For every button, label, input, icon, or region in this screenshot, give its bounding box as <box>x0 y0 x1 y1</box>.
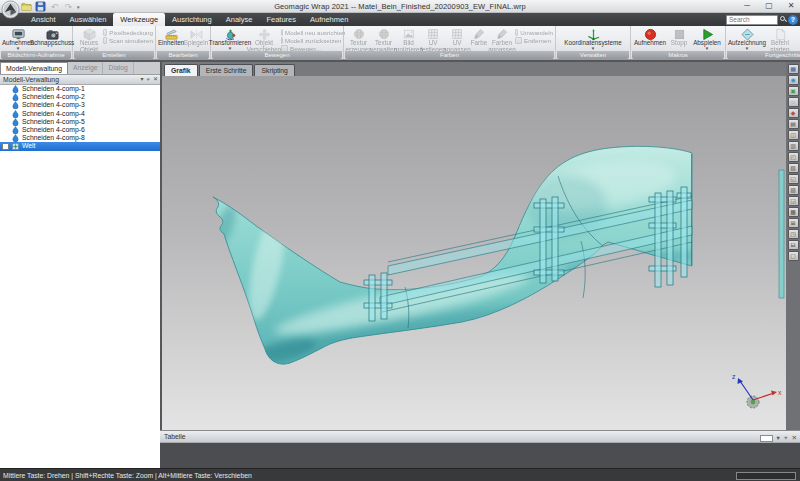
object-mover-button[interactable]: Objekt Verschieben <box>247 27 281 51</box>
panel-menu-icon[interactable]: ▾ <box>141 75 144 84</box>
panel-close-icon[interactable]: ✕ <box>153 75 158 84</box>
chevron-down-icon: ▼ <box>745 47 749 51</box>
viewport-tool-icon-7[interactable]: ◫ <box>788 130 799 140</box>
shade-view-icon[interactable]: ◉ <box>788 75 799 85</box>
reorient-model-button[interactable]: Modell neu ausrichten <box>281 29 341 36</box>
record-macro-button[interactable]: Aufnehmen <box>633 27 667 51</box>
adjust-colors-button[interactable]: Farben anpassen <box>489 27 515 51</box>
viewport-tool-icon-18[interactable]: ▢ <box>788 251 799 261</box>
tree-item-schneiden-4[interactable]: Schneiden 4-comp-4 <box>0 110 160 118</box>
tab-auswaehlen[interactable]: Auswählen <box>63 13 114 26</box>
tab-grafik[interactable]: Grafik <box>164 64 198 76</box>
maximize-button[interactable]: ▢ <box>762 1 776 11</box>
mesh-sliver <box>779 170 784 298</box>
batch-processing-button[interactable]: Stapel-Verarbeitung <box>794 27 800 51</box>
help-icon[interactable]: ? <box>788 15 798 25</box>
predefined-views-icon[interactable]: ▦ <box>788 64 799 74</box>
world-icon <box>12 143 19 150</box>
geomagic-wrap-window: Geomagic Wrap 2021 -- Matei_Bein_Finishe… <box>0 0 800 481</box>
table-panel-body <box>160 443 800 468</box>
fit-view-icon[interactable]: ▣ <box>788 86 799 96</box>
dock-tab-modell-verwaltung[interactable]: Modell-Verwaltung <box>0 62 68 74</box>
highlight-icon[interactable]: ◆ <box>788 108 799 118</box>
reset-model-button[interactable]: Modell zurücksetzen <box>281 37 341 44</box>
zoom-window-icon[interactable]: ◌ <box>788 97 799 107</box>
open-file-icon[interactable] <box>21 1 32 12</box>
search-input[interactable] <box>726 15 778 25</box>
redo-icon[interactable]: ↷ <box>63 1 74 12</box>
tab-erste-schritte[interactable]: Erste Schritte <box>199 64 254 76</box>
undo-icon[interactable]: ↶ <box>49 1 60 12</box>
tab-analyse[interactable]: Analyse <box>219 13 260 26</box>
create-texture-button[interactable]: Textur erzeugen <box>346 27 371 51</box>
tree-item-schneiden-5[interactable]: Schneiden 4-comp-5 <box>0 118 160 126</box>
graphics-viewport[interactable]: x z <box>162 76 786 430</box>
remove-color-button[interactable]: Entfernen <box>515 37 553 44</box>
manage-texture-button[interactable]: Textur verwalten <box>371 27 396 51</box>
search-icon[interactable] <box>780 16 787 23</box>
tree-item-schneiden-3[interactable]: Schneiden 4-comp-3 <box>0 101 160 109</box>
close-button[interactable]: ✕ <box>784 1 798 11</box>
qat-dropdown-icon[interactable]: ▾ <box>77 4 80 10</box>
viewport-tool-icon-11[interactable]: ◱ <box>788 174 799 184</box>
viewport-tool-icon-13[interactable]: ◲ <box>788 196 799 206</box>
tab-features[interactable]: Features <box>259 13 303 26</box>
tab-werkzeuge[interactable]: Werkzeuge <box>113 13 165 26</box>
minimize-button[interactable]: ─ <box>740 1 754 11</box>
pin-icon[interactable]: ⌖ <box>147 75 150 84</box>
stop-macro-button[interactable]: Stopp <box>667 27 691 51</box>
project-image-button[interactable]: Bild projizieren <box>396 27 421 51</box>
adjust-uv-button[interactable]: UV anpassen <box>445 27 469 51</box>
ribbon-group-erstellen: Neues Objekt ▼ Pixelbedeckung Scan simul… <box>73 26 156 60</box>
tab-aufnehmen[interactable]: Aufnehmen <box>303 13 355 26</box>
chevron-down-icon: ▼ <box>16 47 20 51</box>
tab-skripting[interactable]: Skripting <box>254 64 294 76</box>
viewport-tool-icon-6[interactable]: ▤ <box>788 119 799 129</box>
title-bar: Geomagic Wrap 2021 -- Matei_Bein_Finishe… <box>0 0 800 13</box>
tree-item-schneiden-2[interactable]: Schneiden 4-comp-2 <box>0 93 160 101</box>
viewport-tool-icon-17[interactable]: ⊟ <box>788 240 799 250</box>
tab-ansicht[interactable]: Ansicht <box>24 13 63 26</box>
model-manager-caption: Modell-Verwaltung ▾ ⌖ ✕ <box>0 75 160 85</box>
pixel-coverage-button[interactable]: Pixelbedeckung <box>103 29 153 36</box>
viewport-tool-icon-16[interactable]: ◳ <box>788 229 799 239</box>
viewport-tool-icon-15[interactable]: ⊞ <box>788 218 799 228</box>
z-axis-arrow <box>740 381 753 400</box>
color-button[interactable]: Farbe <box>469 27 489 51</box>
viewport-tool-icon-14[interactable]: ▩ <box>788 207 799 217</box>
dock-tab-dialog[interactable]: Dialog <box>103 62 133 74</box>
viewport-tool-icon-8[interactable]: ▥ <box>788 141 799 151</box>
tab-ausrichtung[interactable]: Ausrichtung <box>165 13 219 26</box>
dock-tab-anzeige[interactable]: Anzeige <box>68 62 104 74</box>
convert-color-button[interactable]: Umwandeln <box>515 29 553 36</box>
units-button[interactable]: Einheiten <box>158 27 184 51</box>
leg-scan-model[interactable]: x z <box>162 76 786 430</box>
chevron-down-icon: ▼ <box>591 47 595 51</box>
mirror-button[interactable]: Spiegeln <box>184 27 208 51</box>
ribbon-group-makros: Aufnehmen Stopp Abspielen ▼ Makros <box>631 26 726 60</box>
viewport-tool-icon-10[interactable]: ▧ <box>788 163 799 173</box>
table-field[interactable] <box>760 435 773 442</box>
viewport-tool-icon-9[interactable]: ◰ <box>788 152 799 162</box>
set-uv-button[interactable]: UV festlegen <box>421 27 445 51</box>
tree-item-schneiden-8[interactable]: Schneiden 4-comp-8 <box>0 134 160 142</box>
tree-item-welt[interactable]: + Welt <box>0 142 160 150</box>
coordinate-systems-button[interactable]: Koordinatensysteme ▼ <box>558 27 628 51</box>
save-file-icon[interactable] <box>35 1 46 12</box>
application-menu-button[interactable] <box>1 0 20 19</box>
execute-command-button[interactable]: Befehl starten <box>766 27 794 51</box>
simulate-scan-button[interactable]: Scan simulieren <box>103 37 153 44</box>
new-object-button[interactable]: Neues Objekt ▼ <box>75 27 103 51</box>
tree-item-schneiden-1[interactable]: Schneiden 4-comp-1 <box>0 85 160 93</box>
snapshot-button[interactable]: Schnappschuss <box>34 27 70 51</box>
mesh-object-icon <box>12 126 19 134</box>
scripting-button[interactable]: Aufzeichnung ▼ <box>728 27 766 51</box>
mesh-object-icon <box>12 134 19 142</box>
play-macro-button[interactable]: Abspielen ▼ <box>691 27 723 51</box>
reset-icon <box>281 37 283 44</box>
viewport-tool-icon-12[interactable]: ▨ <box>788 185 799 195</box>
tree-item-schneiden-6[interactable]: Schneiden 4-comp-6 <box>0 126 160 134</box>
expand-icon[interactable]: + <box>2 143 9 150</box>
scan-icon <box>103 37 107 44</box>
transform-button[interactable]: Transformieren ▼ <box>213 27 247 51</box>
